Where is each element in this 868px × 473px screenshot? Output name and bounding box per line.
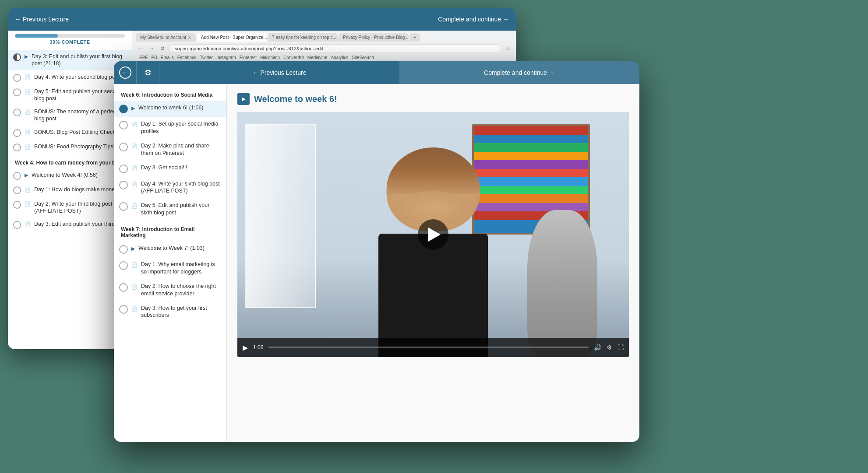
doc-icon: 📄 <box>131 305 138 312</box>
front-circle <box>119 181 128 189</box>
video-play-overlay[interactable] <box>418 219 448 250</box>
bookmark-pb[interactable]: PB <box>151 55 157 60</box>
doc-icon: 📄 <box>25 144 31 150</box>
sidebar-item-bonus2[interactable]: 📄 BONUS: Blog Post Editing Checklist <box>8 126 132 140</box>
browser-reload-btn[interactable]: ↺ <box>159 45 166 53</box>
doc-icon: 📄 <box>131 143 138 150</box>
bookmark-analytics[interactable]: Analytics <box>331 55 348 60</box>
sidebar-item-label: BONUS: The anatomy of a perfect blog pos… <box>34 108 127 123</box>
front-item-day5-publish[interactable]: 📄 Day 5: Edit and publish your sixth blo… <box>114 198 226 220</box>
sidebar-item-day4[interactable]: 📄 Day 4: Write your second blog post <box>8 70 132 85</box>
front-item-label: Welcome to week 6! (1:06) <box>138 104 203 112</box>
section-title-week4: Week 4: How to earn money from your blog <box>8 154 132 168</box>
front-item-week7-day3[interactable]: 📄 Day 3: How to get your first subscribe… <box>114 301 226 323</box>
progress-label: 39% COMPLETE <box>15 39 125 45</box>
progress-bar-fill <box>15 34 58 38</box>
bookmark-epf[interactable]: EPF <box>139 55 148 60</box>
video-head <box>387 147 480 231</box>
item-circle <box>13 186 21 194</box>
sidebar-item-label: Day 4: Write your second blog post <box>34 74 119 81</box>
browser-forward-btn[interactable]: → <box>147 45 156 53</box>
browser-new-tab-btn[interactable]: + <box>409 33 420 42</box>
gear-icon: ⚙ <box>145 68 152 77</box>
video-icon: ▶ <box>25 172 28 178</box>
bookmark-facebook[interactable]: Facebook <box>177 55 197 60</box>
front-prev-lecture-btn[interactable]: ← Previous Lecture <box>159 61 399 84</box>
sidebar-item-bonus1[interactable]: 📄 BONUS: The anatomy of a perfect blog p… <box>8 105 132 126</box>
ctrl-progress-bar[interactable] <box>268 347 589 348</box>
lesson-title: Welcome to week 6! <box>254 94 337 104</box>
sidebar-item-label: Welcome to Week 4! (0:56) <box>32 172 98 179</box>
back-sidebar-items: ▶ Day 3: Edit and publish your first blo… <box>8 46 132 349</box>
bookmark-mailchimp[interactable]: Mailchimp <box>260 55 280 60</box>
tab-close-icon[interactable]: ✕ <box>188 35 191 40</box>
sidebar-item-day3-video[interactable]: ▶ Day 3: Edit and publish your first blo… <box>8 50 132 70</box>
doc-icon: 📄 <box>25 109 31 115</box>
sidebar-item-label: BONUS: Food Photography Tips <box>34 143 113 150</box>
bookmark-twitter[interactable]: Twitter <box>200 55 213 60</box>
front-back-btn[interactable]: ← <box>114 61 137 84</box>
doc-icon: 📄 <box>131 181 138 188</box>
back-complete-continue-btn[interactable]: Complete and continue → <box>438 16 509 23</box>
lesson-title-row: ▶ Welcome to week 6! <box>237 93 629 105</box>
bookmark-convertkit[interactable]: ConvertKit <box>283 55 304 60</box>
bookmark-pinterest[interactable]: Pinterest <box>240 55 257 60</box>
video-icon: ▶ <box>131 105 135 112</box>
browser-tab-addpost[interactable]: Add New Post - Super Organize... ✕ <box>197 33 267 42</box>
front-item-week7-day2[interactable]: 📄 Day 2: How to choose the right email s… <box>114 279 226 301</box>
front-item-welcome-w6[interactable]: ▶ Welcome to week 6! (1:06) <box>114 101 226 117</box>
video-container[interactable]: ▶ 1:06 🔊 ⚙ ⛶ <box>237 112 629 357</box>
sidebar-item-week4-day2[interactable]: 📄 Day 2: Write your third blog post (AFF… <box>8 197 132 218</box>
front-item-label: Day 3: How to get your first subscribers <box>141 305 221 319</box>
item-circle <box>13 144 21 151</box>
sidebar-item-week4-day3[interactable]: 📄 Day 3: Edit and publish your third <box>8 217 132 232</box>
front-item-label: Welcome to Week 7! (1:03) <box>138 245 205 252</box>
browser-chrome: My SiteGround Account ✕ Add New Post - S… <box>132 31 516 65</box>
browser-tab-privacy[interactable]: Privacy Policy - Productive Blog... ✕ <box>339 33 409 42</box>
front-item-label: Day 2: How to choose the right email ser… <box>141 283 221 298</box>
front-sidebar: Week 6: Introduction to Social Media ▶ W… <box>114 84 227 442</box>
browser-tab-easytips[interactable]: 7 easy tips for keeping on top c... ✕ <box>268 33 338 42</box>
sidebar-item-label: Day 2: Write your third blog post (AFFIL… <box>34 200 127 215</box>
ctrl-fullscreen-btn[interactable]: ⛶ <box>617 344 624 351</box>
sidebar-item-bonus3[interactable]: 📄 BONUS: Food Photography Tips <box>8 140 132 154</box>
video-scene: ▶ 1:06 🔊 ⚙ ⛶ <box>237 112 629 357</box>
bookmark-emails[interactable]: Emails <box>161 55 174 60</box>
front-item-label: Day 2: Make pins and share them on Pinte… <box>141 142 221 157</box>
item-circle <box>13 88 21 96</box>
front-device: ← ⚙ ← Previous Lecture Complete and cont… <box>114 61 639 442</box>
browser-back-btn[interactable]: ← <box>136 45 145 53</box>
ctrl-settings-btn[interactable]: ⚙ <box>607 344 612 351</box>
front-item-week7-day1[interactable]: 📄 Day 1: Why email marketing is so impor… <box>114 257 226 279</box>
play-triangle-icon <box>428 228 441 242</box>
front-item-label: Day 4: Write your sixth blog post (AFFIL… <box>141 180 221 195</box>
item-circle <box>13 129 21 137</box>
front-item-day1-social[interactable]: 📄 Day 1: Set up your social media profil… <box>114 117 226 139</box>
sidebar-item-day5[interactable]: 📄 Day 5: Edit and publish your second bl… <box>8 85 132 105</box>
front-item-day3-social[interactable]: 📄 Day 3: Get social!!! <box>114 161 226 177</box>
video-hair <box>387 147 480 193</box>
front-complete-btn[interactable]: Complete and continue → <box>399 61 639 84</box>
ctrl-play-btn[interactable]: ▶ <box>243 343 248 352</box>
video-icon: ▶ <box>25 53 28 60</box>
browser-bookmark-star[interactable]: ☆ <box>504 45 512 53</box>
front-main-content: ▶ Welcome to week 6! <box>227 84 639 442</box>
ctrl-volume-btn[interactable]: 🔊 <box>594 344 601 351</box>
back-prev-lecture-btn[interactable]: ← Previous Lecture <box>15 16 69 23</box>
video-icon: ▶ <box>131 245 135 252</box>
bookmark-siteground[interactable]: SiteGround <box>352 55 374 60</box>
front-item-day2-pinterest[interactable]: 📄 Day 2: Make pins and share them on Pin… <box>114 139 226 161</box>
front-circle <box>119 121 128 130</box>
sidebar-item-week4-welcome[interactable]: ▶ Welcome to Week 4! (0:56) <box>8 168 132 183</box>
bookmark-instagram[interactable]: Instagram <box>216 55 236 60</box>
front-item-welcome-w7[interactable]: ▶ Welcome to Week 7! (1:03) <box>114 241 226 257</box>
front-gear-btn[interactable]: ⚙ <box>137 61 159 84</box>
browser-tab-siteground[interactable]: My SiteGround Account ✕ <box>136 33 196 42</box>
complete-continue-label: Complete and continue → <box>484 69 555 76</box>
sidebar-item-label: Day 5: Edit and publish your second blog… <box>34 88 127 102</box>
item-circle <box>13 74 21 82</box>
front-item-day4-affiliate[interactable]: 📄 Day 4: Write your sixth blog post (AFF… <box>114 177 226 199</box>
bookmark-mediavine[interactable]: Mediavine <box>307 55 328 60</box>
sidebar-item-week4-day1[interactable]: 📄 Day 1: How do blogs make money? <box>8 183 132 197</box>
browser-address-bar[interactable]: superorganizedmama.com/wp-admin/post.php… <box>169 44 501 53</box>
